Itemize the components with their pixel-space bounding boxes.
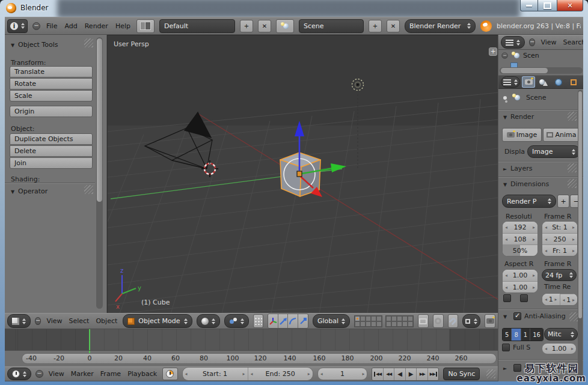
timeline-editor-dropdown[interactable] (7, 368, 31, 380)
frame-step-field[interactable]: Fr: 1 (542, 244, 577, 256)
tab-object[interactable] (567, 76, 580, 88)
play-reverse-button[interactable]: ◀ (394, 368, 406, 380)
operator-panel-header[interactable]: Operator (11, 187, 47, 195)
aspect-x-field[interactable]: 1.00 (503, 270, 537, 281)
resolution-y-field[interactable]: 108 (503, 233, 537, 244)
frame-start-field[interactable]: St: 1 (542, 222, 577, 233)
sync-mode-select[interactable]: No Sync (443, 368, 480, 380)
outliner-menu-search[interactable]: Search (562, 38, 584, 46)
view3d-menu-object[interactable]: Object (94, 317, 118, 325)
manipulator-arc-button[interactable] (288, 314, 298, 328)
timeline-menu-frame[interactable]: Frame (99, 370, 122, 378)
render-opengl-button[interactable] (485, 314, 495, 328)
timeline-menu-marker[interactable]: Marker (70, 370, 95, 378)
close-button[interactable]: ✕ (557, 0, 583, 11)
resolution-x-field[interactable]: 192 (503, 222, 537, 233)
menu-help[interactable]: Help (114, 22, 132, 30)
editor-type-dropdown[interactable]: i (7, 19, 28, 33)
delete-layout-button[interactable]: ✕ (258, 20, 271, 32)
scene-browse-button[interactable] (276, 19, 294, 33)
display-select[interactable]: Image (527, 145, 580, 158)
outliner-editor-dropdown[interactable] (501, 36, 525, 49)
scene-field[interactable]: Scene (299, 19, 364, 33)
proportional-edit-button[interactable] (433, 314, 444, 328)
screen-layout-browse-button[interactable] (136, 19, 155, 33)
end-frame-field[interactable]: End: 250 (248, 368, 313, 380)
mode-select[interactable]: Object Mode (123, 314, 192, 328)
viewport-shading-select[interactable] (197, 314, 220, 328)
collapse-menus-icon[interactable] (529, 38, 535, 46)
panel-grip-icon[interactable] (568, 112, 577, 121)
object-tools-panel-header[interactable]: Object Tools (11, 41, 58, 49)
delete-scene-button[interactable]: ✕ (387, 20, 400, 32)
frame-rate-select[interactable]: 24 fp (542, 269, 577, 281)
properties-scrollbar-thumb[interactable] (578, 91, 582, 318)
render-image-button[interactable]: Image (502, 128, 542, 142)
timeline-menu-view[interactable]: View (47, 370, 66, 378)
jump-to-start-button[interactable]: ◀◀ (372, 368, 384, 380)
manipulator-toggle-button[interactable] (253, 314, 264, 328)
frame-end-field[interactable]: 250 (542, 233, 577, 244)
minimize-button[interactable] (520, 0, 538, 11)
panel-grip-icon[interactable] (84, 38, 93, 47)
transform-orientation-select[interactable]: Global (313, 314, 350, 328)
add-layout-button[interactable]: + (240, 20, 253, 32)
time-remap-new-field[interactable]: 1 (560, 294, 578, 305)
region-resize-grip[interactable] (486, 369, 495, 378)
resolution-scale-slider[interactable]: 50% (503, 244, 537, 256)
add-preset-button[interactable]: + (557, 195, 569, 208)
view3d-editor-dropdown[interactable] (7, 314, 31, 328)
render-panel-header[interactable]: Render (503, 113, 534, 121)
start-frame-field[interactable]: Start: 1 (183, 368, 248, 380)
screen-layout-field[interactable]: Default (159, 19, 235, 33)
menu-add[interactable]: Add (63, 22, 78, 30)
manipulator-rotate-button[interactable] (278, 314, 289, 328)
layer-grid-bottom[interactable] (385, 315, 414, 327)
prev-keyframe-button[interactable]: ◀◀ (384, 368, 395, 380)
translate-button[interactable]: Translate (10, 66, 93, 77)
tab-render[interactable] (522, 76, 535, 88)
panel-grip-icon[interactable] (568, 163, 577, 172)
snap-element-select[interactable] (462, 314, 480, 328)
origin-button[interactable]: Origin (10, 106, 93, 117)
time-remap-old-field[interactable]: 1 (542, 294, 560, 305)
next-keyframe-button[interactable]: ▶▶ (417, 368, 428, 380)
aa-samples-8[interactable]: 8 (512, 329, 521, 341)
aa-filter-size-field[interactable]: 1.00 (542, 343, 577, 354)
menu-file[interactable]: File (45, 22, 58, 30)
tab-world[interactable] (552, 76, 565, 88)
timeline-track-area[interactable] (5, 329, 498, 350)
duplicate-objects-button[interactable]: Duplicate Objects (10, 133, 93, 145)
rotate-button[interactable]: Rotate (10, 78, 93, 89)
delete-button[interactable]: Delete (10, 145, 93, 157)
panel-grip-icon[interactable] (569, 312, 578, 321)
region-expand-icon[interactable]: + (489, 47, 497, 56)
layers-panel-header[interactable]: Layers (503, 165, 532, 172)
panel-grip-icon[interactable] (84, 185, 93, 194)
maximize-button[interactable] (538, 0, 557, 11)
tab-modifiers[interactable] (582, 76, 583, 88)
use-preview-range-button[interactable] (162, 368, 177, 380)
object-origin-dot[interactable] (297, 171, 302, 177)
manipulator-scale-button[interactable] (298, 314, 308, 328)
crop-checkbox[interactable] (520, 294, 528, 302)
current-frame-field[interactable]: 1 (317, 368, 368, 380)
aa-samples-5[interactable]: 5 (503, 329, 512, 341)
timeline-ruler[interactable]: -40 -20 0 20 40 60 80 100 120 140 160 18… (5, 350, 498, 366)
jump-to-end-button[interactable]: ▶▶ (428, 368, 439, 380)
timeline-menu-playback[interactable]: Playback (126, 370, 158, 378)
play-button[interactable]: ▶ (406, 368, 417, 380)
outliner-menu-view[interactable]: View (539, 38, 557, 46)
add-scene-button[interactable]: + (369, 20, 382, 32)
tab-scene[interactable] (537, 76, 550, 88)
aspect-y-field[interactable]: 1.00 (503, 281, 537, 293)
collapse-menus-icon[interactable] (32, 22, 40, 30)
anti-aliasing-panel-header[interactable]: Anti-Aliasing (503, 312, 566, 320)
aa-samples-16[interactable]: 16 (530, 329, 543, 341)
render-animation-button[interactable]: Anima (543, 128, 580, 142)
view3d-menu-view[interactable]: View (45, 317, 63, 325)
current-frame-playhead[interactable] (89, 329, 90, 350)
scale-button[interactable]: Scale (10, 90, 93, 102)
dimensions-panel-header[interactable]: Dimensions (503, 180, 549, 188)
render-preset-select[interactable]: Render P (502, 195, 556, 208)
